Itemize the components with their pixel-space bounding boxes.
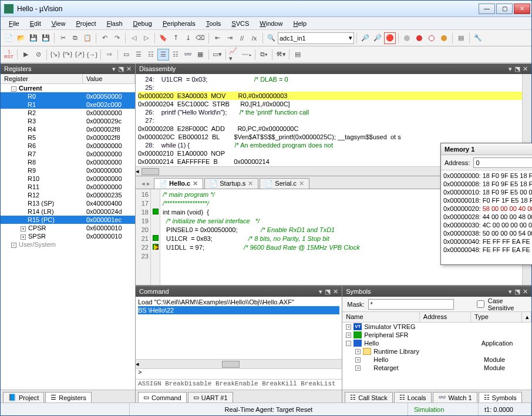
disassembly-line[interactable]: 24: U1LCR = 0x03; /* DLAB = 0 (138, 75, 522, 83)
register-row[interactable]: R00x00050000 (1, 92, 135, 100)
search-project-icon[interactable]: 🔍 (265, 32, 277, 44)
symbols-col-type[interactable]: Type (471, 312, 522, 322)
register-row[interactable]: R40x000002f8 (1, 125, 135, 133)
editor-tab[interactable]: 📄 Hello.c ✕ (154, 178, 203, 189)
memory-window-icon[interactable]: ▦ (194, 49, 206, 61)
paste-icon[interactable]: 📋 (82, 32, 93, 44)
command-input[interactable]: > (136, 368, 342, 379)
symbol-row[interactable]: +Runtime Library (342, 347, 531, 355)
command-line[interactable]: BS \Hello\22 (138, 306, 339, 314)
memory-row[interactable]: 0x00000020: 58 00 00 00 40 00 00 00 (443, 204, 532, 213)
pane-pin-icon[interactable]: ⬔ (514, 65, 520, 73)
disassembly-line[interactable]: 0x0000020C EB000012 BL $Ven$AT$S$$_print… (138, 133, 522, 141)
indent-right-icon[interactable]: ⇥ (224, 32, 235, 44)
breakpoint-insert-icon[interactable] (401, 32, 413, 44)
memory-row[interactable]: 0x00000018: F0 FF 1F E5 18 F0 9F E5 (443, 196, 532, 204)
new-file-icon[interactable]: 📄 (3, 32, 15, 44)
registers-window-icon[interactable]: ☰ (157, 49, 169, 61)
breakpoint-disable-icon[interactable] (426, 32, 437, 44)
pane-pin-icon[interactable]: ⬔ (118, 65, 124, 73)
watch-window-icon[interactable]: 👓 (182, 49, 194, 61)
tab-project[interactable]: 📘 Project (3, 392, 44, 402)
toolbox-icon[interactable]: 🛠▾ (275, 49, 287, 61)
symbol-row[interactable]: -HelloApplication (342, 339, 531, 347)
register-row[interactable]: R100x00000000 (1, 175, 135, 183)
pane-menu-icon[interactable]: ▾ (509, 65, 512, 73)
cut-icon[interactable]: ✂ (57, 32, 69, 44)
command-line[interactable]: Load "C:\\Keil\\ARM\\Examples\\Hello\\Ob… (138, 298, 339, 306)
memory-row[interactable]: 0x00000000: 18 F0 9F E5 18 F0 9F E5 (443, 172, 532, 180)
tab-symbols[interactable]: ☷ Symbols (479, 392, 522, 402)
step-over-icon[interactable]: {↷} (62, 49, 73, 61)
register-row[interactable]: R110x00000000 (1, 183, 135, 191)
menu-view[interactable]: View (47, 19, 70, 28)
registers-col-name[interactable]: Register (1, 74, 83, 83)
registers-list[interactable]: Register Value -Current R00x00050000R10x… (1, 74, 135, 390)
configure-icon[interactable]: 🔧 (472, 32, 484, 44)
memory-row[interactable]: 0x00000038: 50 00 00 00 54 00 00 00 (443, 229, 532, 237)
reset-icon[interactable]: ⟆RST (3, 49, 15, 61)
bookmark-next-icon[interactable]: ⤓ (182, 32, 194, 44)
menu-project[interactable]: Project (71, 19, 100, 28)
register-row[interactable]: R70x00000000 (1, 150, 135, 158)
memory-window[interactable]: Memory 1 ✕ Address: 🔓 0x00000000: 18 F0 … (440, 143, 532, 265)
menu-file[interactable]: File (4, 19, 24, 28)
bookmark-prev-icon[interactable]: ⤒ (170, 32, 181, 44)
window-layout-icon[interactable]: ▤ (455, 32, 467, 44)
tab-watch1[interactable]: 👓 Watch 1 (433, 392, 477, 402)
nav-fwd-icon[interactable]: ▷ (140, 32, 152, 44)
serial-window-icon[interactable]: ▭▾ (211, 49, 223, 61)
registers-col-value[interactable]: Value (83, 74, 135, 83)
maximize-button[interactable]: ▢ (496, 4, 513, 14)
menu-window[interactable]: Window (255, 19, 287, 28)
pane-close-icon[interactable]: ✕ (333, 288, 338, 296)
run-to-cursor-icon[interactable]: {→} (86, 49, 98, 61)
menu-peripherals[interactable]: Peripherals (158, 19, 200, 28)
tab-registers[interactable]: ☰ Registers (45, 392, 91, 402)
disassembly-line[interactable]: 0x00000204 E5C1000C STRB R0,[R1,#0x000C] (138, 100, 522, 108)
disassembly-line[interactable]: 27: (138, 116, 522, 125)
undo-icon[interactable]: ↶ (99, 32, 110, 44)
call-stack-icon[interactable]: ☷ (170, 49, 181, 61)
memory-row[interactable]: 0x00000048: FE FF FF EA FE FF FF EA (443, 246, 532, 254)
symbol-row[interactable]: +Peripheral SFR (342, 331, 531, 339)
register-row[interactable]: R13 (SP)0x40000400 (1, 199, 135, 207)
memory-row[interactable]: 0x00000028: 44 00 00 00 48 00 00 00 (443, 213, 532, 221)
pane-close-icon[interactable]: ✕ (523, 288, 528, 296)
tab-locals[interactable]: ☷ Locals (394, 392, 432, 402)
comment-icon[interactable]: // (236, 32, 248, 44)
symbol-row[interactable]: +VTSimulator VTREG (342, 323, 531, 331)
disassembly-window-icon[interactable]: ☰ (133, 49, 144, 61)
register-row[interactable]: R20x00000000 (1, 109, 135, 117)
run-icon[interactable]: ▶ (20, 49, 32, 61)
memory-view[interactable]: 0x00000000: 18 F0 9F E5 18 F0 9F E50x000… (441, 170, 532, 264)
menu-edit[interactable]: Edit (25, 19, 46, 28)
bookmark-icon[interactable]: 🔖 (157, 32, 169, 44)
memory-row[interactable]: 0x00000008: 18 F0 9F E5 18 F0 9F E5 (443, 180, 532, 188)
stop-icon[interactable]: ⊘ (32, 49, 44, 61)
menu-flash[interactable]: Flash (102, 19, 127, 28)
command-window-icon[interactable]: ▭ (120, 49, 132, 61)
incremental-find-icon[interactable]: 🔎 (372, 32, 383, 44)
menu-tools[interactable]: Tools (201, 19, 226, 28)
bookmark-clear-icon[interactable]: ⌫ (194, 32, 206, 44)
close-button[interactable]: ✕ (514, 4, 530, 14)
debug-session-icon[interactable]: 🔴 (384, 32, 396, 44)
editor-tab[interactable]: 📄 Startup.s ✕ (204, 178, 258, 189)
redo-icon[interactable]: ↷ (111, 32, 123, 44)
find-icon[interactable]: 🔎 (359, 32, 371, 44)
register-row[interactable]: R90x00000000 (1, 166, 135, 175)
breakpoint-enable-icon[interactable] (413, 32, 425, 44)
register-row[interactable]: R50x000002f8 (1, 133, 135, 142)
register-group-current[interactable]: Current (19, 85, 42, 92)
register-row[interactable]: R60x00000000 (1, 142, 135, 150)
register-row[interactable]: R14 (LR)0x0000024d (1, 207, 135, 216)
uncomment-icon[interactable]: /x (248, 32, 260, 44)
open-file-icon[interactable]: 📂 (15, 32, 27, 44)
memory-address-input[interactable] (473, 157, 532, 168)
register-row[interactable]: R10xe002c000 (1, 100, 135, 109)
menu-debug[interactable]: Debug (129, 19, 157, 28)
tab-command[interactable]: ▭ Command (138, 392, 187, 402)
pane-menu-icon[interactable]: ▾ (319, 288, 322, 296)
register-row[interactable]: R80x00000000 (1, 158, 135, 166)
